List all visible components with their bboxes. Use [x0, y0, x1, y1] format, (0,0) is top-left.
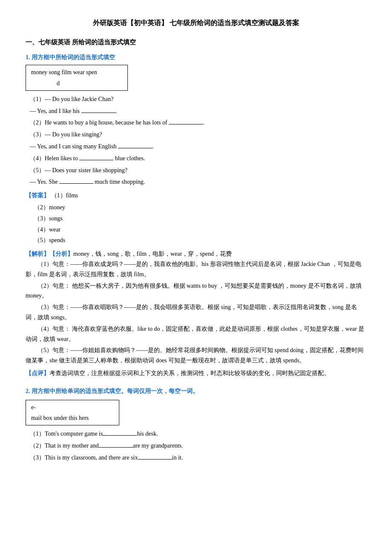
q1-answer-5: （5）spends [34, 235, 366, 246]
q1-box-line2: d [31, 80, 60, 87]
q1-box-line1: money song film wear spen [31, 69, 97, 75]
analysis-1: （1）句意：——你喜欢成龙吗？——是的，我喜欢他的电影。his 形容词性物主代词… [26, 259, 366, 280]
q1-item-7: （5）— Does your sister like shopping? [30, 165, 366, 176]
q1-item-8: — Yes. She much time shopping. [30, 177, 366, 187]
q1-answer-4: （4）wear [34, 225, 366, 235]
analysis-prefix: 【分析】 [49, 251, 73, 257]
analysis-section: 【解析】【分析】money，钱，song，歌，film，电影，wear，穿，sp… [26, 249, 366, 259]
q2-questions: （1）Tom's computer game ishis desk. （2）Th… [26, 429, 366, 462]
analysis-5: （5）句意：——你姐姐喜欢购物吗？——是的。她经常花很多时间购物。根据提示词可知… [26, 345, 366, 366]
q1-questions: （1）— Do you like Jackie Chan? — Yes, and… [26, 94, 366, 187]
q1-item-1: （1）— Do you like Jackie Chan? [30, 94, 366, 104]
analysis-4: （4）句意： 海伦喜欢穿蓝色的衣服。like to do，固定搭配，喜欢做，此处… [26, 324, 366, 344]
q2-label: 2. 用方框中所给单词的适当形式填空。每词仅用一次，每空一词。 [26, 386, 366, 396]
q1-answer-1: （1）films [51, 192, 78, 199]
q1-label: 1. 用方框中所给词的适当形式填空 [26, 52, 366, 63]
review-text: 考查选词填空，注意根据提示词和上下文的关系，推测词性，时态和比较等级的变化，同时… [49, 370, 330, 376]
analysis-2: （2）句意： 他想买一栋大房子，因为他有很多钱。根据 wants to buy … [26, 281, 366, 301]
q1-item-6: （4）Helen likes to blue clothes. [30, 153, 366, 164]
analysis-label: 【解析】 [26, 251, 49, 257]
q2-item-1: （1）Tom's computer game ishis desk. [30, 429, 366, 439]
q2-box-line2: mail box under this hers [31, 415, 89, 421]
q1-item-3: （2）He wants to buy a big house, because … [30, 118, 366, 128]
review-label: 【点评】 [26, 370, 49, 376]
q1-item-2: — Yes, and I like his . [30, 106, 366, 116]
answer-section: 【答案】 （1）films [26, 191, 366, 201]
q1-word-box: money song film wear spen d [26, 65, 128, 90]
q2-box-line1: e- [31, 404, 36, 410]
section1-title: 一、七年级英语 所给词的适当形式填空 [26, 37, 366, 48]
q2-item-3: （3）This is my classroom, and there are s… [30, 453, 366, 463]
q1-answer-3: （3）songs [34, 214, 366, 224]
q1-answer-2: （2）money [34, 202, 366, 213]
analysis-intro: money，钱，song，歌，film，电影，wear，穿，spend，花费 [73, 251, 232, 257]
review-section: 【点评】考查选词填空，注意根据提示词和上下文的关系，推测词性，时态和比较等级的变… [26, 368, 366, 379]
q2-item-2: （2）That is my mother andare my grandpare… [30, 441, 366, 451]
answer-label: 【答案】 [26, 192, 49, 199]
main-title: 外研版英语【初中英语】 七年级所给词的适当形式填空测试题及答案 [26, 17, 366, 29]
q1-item-5: — Yes, and I can sing many English . [30, 142, 366, 152]
analysis-3: （3）句意：——你喜欢唱歌吗？——是的，我会唱很多英语歌。根据 sing，可知是… [26, 302, 366, 323]
q2-word-box: e- mail box under this hers [26, 400, 119, 425]
q1-item-4: （3）— Do you like singing? [30, 130, 366, 140]
